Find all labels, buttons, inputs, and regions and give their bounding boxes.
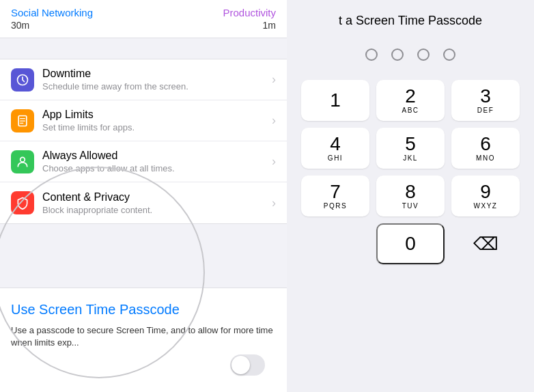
key-9[interactable]: 9 WXYZ (451, 176, 520, 216)
dot-4 (443, 48, 455, 61)
always-allowed-chevron: › (272, 154, 276, 169)
content-privacy-icon (11, 191, 34, 214)
key-8[interactable]: 8 TUV (376, 176, 445, 216)
keypad-grid: 1 2 ABC 3 DEF 4 GHI 5 JKL 6 MNO 7 PQRS (290, 80, 531, 216)
always-allowed-text: Always Allowed Choose apps to allow at a… (42, 150, 266, 173)
left-panel: Social Networking Productivity 30m 1m Do… (0, 0, 287, 392)
key-8-alpha: TUV (402, 202, 419, 210)
svg-point-2 (20, 157, 25, 162)
social-time: 30m (11, 20, 29, 31)
key-2-alpha: ABC (402, 107, 419, 114)
dot-3 (417, 48, 430, 61)
downtime-subtitle: Schedule time away from the screen. (42, 81, 266, 92)
settings-list: Downtime Schedule time away from the scr… (0, 59, 287, 224)
app-limits-title: App Limits (42, 109, 266, 121)
app-limits-icon (11, 109, 34, 132)
downtime-text: Downtime Schedule time away from the scr… (42, 68, 266, 92)
downtime-title: Downtime (42, 68, 266, 80)
always-allowed-title: Always Allowed (42, 150, 266, 162)
key-2[interactable]: 2 ABC (376, 80, 445, 121)
toggle-knob (231, 356, 250, 374)
key-1-num: 1 (330, 91, 341, 110)
key-6[interactable]: 6 MNO (451, 128, 520, 169)
content-privacy-text: Content & Privacy Block inappropriate co… (42, 191, 266, 215)
keypad-bottom-row: 0 ⌫ (290, 223, 531, 264)
passcode-dots (365, 48, 455, 61)
delete-icon: ⌫ (473, 234, 498, 255)
toggle-row (11, 349, 276, 381)
key-4-alpha: GHI (328, 154, 343, 162)
key-3-alpha: DEF (477, 107, 494, 114)
always-allowed-subtitle: Choose apps to allow at all times. (42, 163, 266, 173)
dot-1 (365, 48, 378, 61)
key-8-num: 8 (405, 182, 416, 201)
header-text: t a Screen Time Passcode (339, 14, 482, 27)
app-limits-chevron: › (272, 113, 276, 128)
key-5[interactable]: 5 JKL (376, 128, 445, 169)
downtime-icon (11, 68, 34, 92)
passcode-title[interactable]: Use Screen Time Passcode (11, 302, 276, 318)
always-allowed-item[interactable]: Always Allowed Choose apps to allow at a… (0, 141, 287, 182)
key-2-num: 2 (405, 87, 416, 106)
social-networking-label: Social Networking (11, 7, 93, 18)
key-5-alpha: JKL (403, 154, 418, 162)
key-delete[interactable]: ⌫ (451, 223, 520, 264)
downtime-item[interactable]: Downtime Schedule time away from the scr… (0, 59, 287, 100)
section-gap (0, 38, 287, 59)
right-panel: t a Screen Time Passcode 1 2 ABC 3 DEF 4… (287, 0, 534, 392)
always-allowed-icon (11, 150, 34, 173)
key-6-alpha: MNO (476, 154, 495, 162)
key-7-alpha: PQRS (324, 202, 347, 210)
app-limits-text: App Limits Set time limits for apps. (42, 109, 266, 132)
key-6-num: 6 (480, 135, 491, 154)
passcode-card: Use Screen Time Passcode Use a passcode … (0, 288, 287, 392)
key-0-num: 0 (405, 234, 416, 253)
key-9-alpha: WXYZ (474, 202, 498, 210)
key-0[interactable]: 0 (376, 223, 445, 264)
app-limits-subtitle: Set time limits for apps. (42, 122, 266, 132)
dot-2 (391, 48, 404, 61)
key-3[interactable]: 3 DEF (451, 80, 520, 121)
content-privacy-title: Content & Privacy (42, 191, 266, 204)
passcode-toggle[interactable] (230, 354, 265, 376)
downtime-chevron: › (272, 72, 276, 87)
content-privacy-subtitle: Block inappropriate content. (42, 205, 266, 215)
key-9-num: 9 (480, 182, 491, 201)
app-limits-item[interactable]: App Limits Set time limits for apps. › (0, 100, 287, 141)
key-3-num: 3 (480, 87, 491, 106)
productivity-time: 1m (263, 20, 276, 31)
key-5-num: 5 (405, 135, 416, 154)
content-privacy-chevron: › (272, 196, 276, 210)
usage-section: Social Networking Productivity 30m 1m (0, 0, 287, 38)
key-empty (301, 223, 369, 264)
key-7-num: 7 (330, 182, 341, 201)
key-4-num: 4 (330, 135, 341, 154)
passcode-desc: Use a passcode to secure Screen Time, an… (11, 324, 276, 349)
passcode-screen-header: t a Screen Time Passcode (287, 5, 534, 28)
key-7[interactable]: 7 PQRS (301, 176, 369, 216)
key-1[interactable]: 1 (301, 80, 369, 121)
content-privacy-item[interactable]: Content & Privacy Block inappropriate co… (0, 182, 287, 223)
key-4[interactable]: 4 GHI (301, 128, 369, 169)
productivity-label: Productivity (223, 7, 276, 18)
